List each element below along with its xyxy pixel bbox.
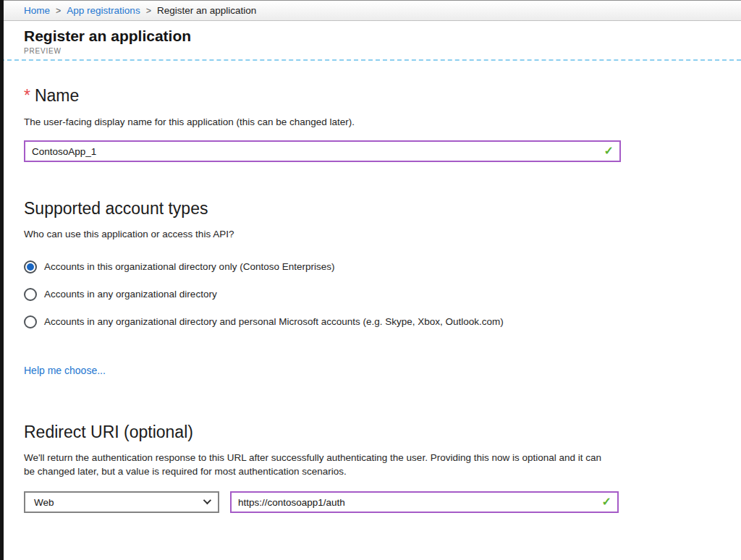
breadcrumb-current-page: Register an application	[157, 5, 256, 16]
account-types-question: Who can use this application or access t…	[24, 228, 717, 241]
breadcrumb-separator-icon: >	[146, 6, 151, 16]
radio-account-type-multi-tenant-personal[interactable]: Accounts in any organizational directory…	[24, 315, 717, 328]
radio-button-icon	[24, 288, 37, 301]
radio-label: Accounts in any organizational directory…	[44, 315, 504, 328]
radio-selected-dot	[27, 263, 34, 271]
app-name-value: ContosoApp_1	[32, 146, 96, 157]
redirect-uri-description: We'll return the authentication response…	[24, 451, 611, 478]
redirect-uri-input[interactable]: https://contosoapp1/auth ✓	[230, 491, 619, 513]
blade-focus-divider	[0, 59, 741, 61]
preview-badge: PREVIEW	[24, 47, 741, 55]
valid-check-icon: ✓	[602, 496, 611, 508]
help-me-choose-link[interactable]: Help me choose...	[24, 365, 106, 376]
page-title: Register an application	[24, 27, 741, 46]
blade-header: Register an application PREVIEW	[0, 21, 741, 55]
radio-account-type-multi-tenant[interactable]: Accounts in any organizational directory	[24, 287, 717, 301]
app-name-input[interactable]: ContosoApp_1 ✓	[24, 140, 621, 162]
chevron-down-icon	[203, 496, 211, 504]
redirect-platform-value: Web	[34, 497, 54, 508]
breadcrumb-app-registrations-link[interactable]: App registrations	[67, 5, 140, 16]
radio-button-icon	[24, 315, 37, 328]
radio-button-icon	[24, 260, 37, 273]
radio-label: Accounts in any organizational directory	[44, 287, 217, 301]
redirect-uri-section-title: Redirect URI (optional)	[24, 421, 717, 443]
portal-left-edge	[0, 0, 4, 560]
breadcrumb: Home > App registrations > Register an a…	[0, 0, 741, 21]
account-types-section-title: Supported account types	[24, 198, 717, 219]
account-type-radio-group: Accounts in this organizational director…	[24, 260, 717, 328]
blade-content: *Name The user-facing display name for t…	[0, 85, 741, 513]
valid-check-icon: ✓	[604, 145, 614, 157]
redirect-uri-value: https://contosoapp1/auth	[238, 497, 345, 508]
radio-label: Accounts in this organizational director…	[44, 260, 334, 273]
name-section-title-text: Name	[35, 86, 79, 105]
redirect-uri-row: Web https://contosoapp1/auth ✓	[24, 491, 717, 513]
required-asterisk: *	[24, 86, 30, 105]
breadcrumb-home-link[interactable]: Home	[24, 5, 50, 16]
name-section-title: *Name	[24, 85, 717, 106]
name-description: The user-facing display name for this ap…	[24, 116, 717, 129]
redirect-platform-select[interactable]: Web	[24, 491, 219, 513]
radio-account-type-single-tenant[interactable]: Accounts in this organizational director…	[24, 260, 717, 273]
breadcrumb-separator-icon: >	[56, 6, 61, 16]
